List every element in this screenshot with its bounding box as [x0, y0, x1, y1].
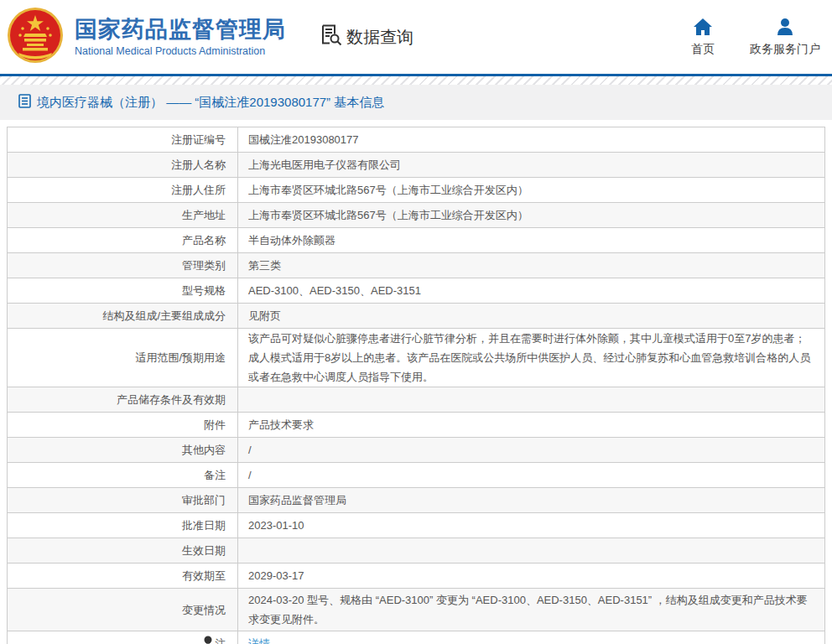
field-label: 型号规格: [8, 278, 238, 304]
bulb-icon: [203, 634, 213, 644]
portal-label: 政务服务门户: [750, 42, 820, 57]
breadcrumb: 境内医疗器械（注册） —— “国械注准20193080177” 基本信息: [0, 85, 832, 120]
field-label: 注: [8, 631, 238, 644]
field-label: 生效日期: [8, 538, 238, 564]
registration-table: 注册证编号 国械注准20193080177 注册人名称 上海光电医用电子仪器有限…: [7, 127, 825, 644]
field-label: 生产地址: [8, 203, 238, 228]
field-label: 注册证编号: [8, 127, 238, 153]
field-label: 其他内容: [8, 438, 238, 463]
field-value: 半自动体外除颤器: [238, 228, 825, 253]
user-icon: [775, 18, 795, 36]
field-value: /: [238, 463, 825, 488]
table-row: 注册人住所 上海市奉贤区环城北路567号（上海市工业综合开发区内）: [8, 178, 825, 203]
field-label: 注册人名称: [8, 153, 238, 178]
table-row: 附件 产品技术要求: [8, 413, 825, 438]
field-label: 变更情况: [8, 589, 238, 631]
field-label: 管理类别: [8, 253, 238, 278]
national-emblem-icon: [7, 7, 64, 67]
field-value: 上海市奉贤区环城北路567号（上海市工业综合开发区内）: [238, 178, 825, 203]
field-label: 附件: [8, 413, 238, 438]
table-row: 有效期至 2029-03-17: [8, 564, 825, 589]
table-row: 结构及组成/主要组成成分 见附页: [8, 304, 825, 329]
table-row: 适用范围/预期用途 该产品可对疑似心脏骤停患者进行心脏节律分析，并且在需要时进行…: [8, 329, 825, 387]
table-row: 变更情况 2024-03-20 型号、规格由 “AED-3100” 变更为 “A…: [8, 589, 825, 631]
hatch-divider: [0, 76, 832, 85]
field-value: 国械注准20193080177: [238, 127, 825, 153]
home-icon: [693, 18, 713, 36]
note-label-text: 注: [215, 634, 226, 644]
table-row: 生效日期: [8, 538, 825, 564]
registration-info: 注册证编号 国械注准20193080177 注册人名称 上海光电医用电子仪器有限…: [7, 127, 825, 644]
field-value: 2024-03-20 型号、规格由 “AED-3100” 变更为 “AED-31…: [238, 589, 825, 631]
field-value: 上海市奉贤区环城北路567号（上海市工业综合开发区内）: [238, 203, 825, 228]
table-row: 备注 /: [8, 463, 825, 488]
portal-link[interactable]: 政务服务门户: [750, 18, 820, 57]
data-query-nav[interactable]: 数据查询: [320, 23, 413, 50]
breadcrumb-text: 境内医疗器械（注册） —— “国械注准20193080177” 基本信息: [37, 95, 384, 111]
table-row: 批准日期 2023-01-10: [8, 513, 825, 538]
home-link[interactable]: 首页: [678, 18, 728, 57]
field-label: 有效期至: [8, 564, 238, 589]
agency-logo: 国家药品监督管理局 National Medical Products Admi…: [7, 7, 286, 67]
detail-link[interactable]: 详情: [248, 637, 270, 644]
agency-titles: 国家药品监督管理局 National Medical Products Admi…: [75, 17, 286, 57]
field-value: 上海光电医用电子仪器有限公司: [238, 153, 825, 178]
table-row: 生产地址 上海市奉贤区环城北路567号（上海市工业综合开发区内）: [8, 203, 825, 228]
data-query-label: 数据查询: [346, 26, 413, 49]
table-row: 型号规格 AED-3100、AED-3150、AED-3151: [8, 278, 825, 304]
table-row: 注 详情: [8, 631, 825, 644]
field-label: 适用范围/预期用途: [8, 329, 238, 387]
table-row: 注册证编号 国械注准20193080177: [8, 127, 825, 153]
agency-subtitle: National Medical Products Administration: [75, 45, 286, 57]
field-label: 审批部门: [8, 488, 238, 513]
table-row: 审批部门 国家药品监督管理局: [8, 488, 825, 513]
field-value: 2029-03-17: [238, 564, 825, 589]
table-row: 产品储存条件及有效期: [8, 387, 825, 413]
table-row: 产品名称 半自动体外除颤器: [8, 228, 825, 253]
header-links: 首页 政务服务门户: [678, 18, 820, 57]
field-label: 备注: [8, 463, 238, 488]
field-label: 产品名称: [8, 228, 238, 253]
field-value: AED-3100、AED-3150、AED-3151: [238, 278, 825, 304]
field-value: 见附页: [238, 304, 825, 329]
field-label: 结构及组成/主要组成成分: [8, 304, 238, 329]
field-value: 该产品可对疑似心脏骤停患者进行心脏节律分析，并且在需要时进行体外除颤，其中儿童模…: [238, 329, 825, 387]
field-label: 注册人住所: [8, 178, 238, 203]
document-search-icon: [320, 23, 342, 50]
table-row: 管理类别 第三类: [8, 253, 825, 278]
field-value: 产品技术要求: [238, 413, 825, 438]
table-row: 其他内容 /: [8, 438, 825, 463]
field-value: 国家药品监督管理局: [238, 488, 825, 513]
field-value: 详情: [238, 631, 825, 644]
field-label: 产品储存条件及有效期: [8, 387, 238, 413]
document-list-icon: [18, 94, 31, 112]
home-label: 首页: [691, 42, 715, 57]
field-label: 批准日期: [8, 513, 238, 538]
field-value: 第三类: [238, 253, 825, 278]
table-row: 注册人名称 上海光电医用电子仪器有限公司: [8, 153, 825, 178]
field-value: [238, 387, 825, 413]
agency-title: 国家药品监督管理局: [75, 17, 286, 43]
field-value: [238, 538, 825, 564]
page-header: 国家药品监督管理局 National Medical Products Admi…: [0, 0, 832, 76]
field-value: /: [238, 438, 825, 463]
field-value: 2023-01-10: [238, 513, 825, 538]
